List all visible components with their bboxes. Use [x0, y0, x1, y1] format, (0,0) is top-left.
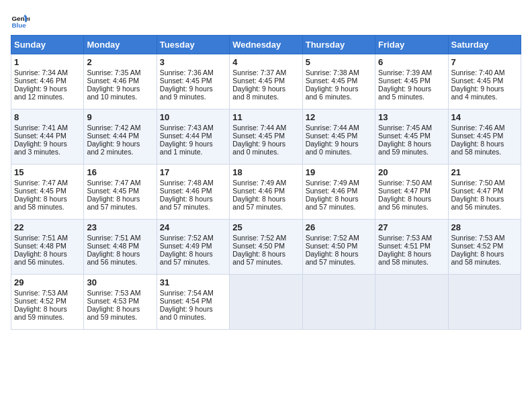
day-number: 27 [378, 222, 445, 232]
day-info-line: Sunset: 4:45 PM [306, 77, 372, 85]
weekday-header-saturday: Saturday [448, 36, 521, 54]
day-info-line: Sunrise: 7:45 AM [378, 124, 445, 132]
day-info-line: Sunrise: 7:36 AM [160, 68, 226, 77]
day-info-line: Sunrise: 7:52 AM [306, 234, 372, 242]
calendar-cell: 30Sunrise: 7:53 AMSunset: 4:53 PMDayligh… [84, 275, 157, 330]
day-info-line: Sunrise: 7:48 AM [160, 179, 226, 187]
day-info-line: Daylight: 8 hours [451, 250, 518, 258]
day-info-line: Sunrise: 7:52 AM [232, 234, 299, 242]
calendar-cell: 17Sunrise: 7:48 AMSunset: 4:46 PMDayligh… [157, 165, 229, 220]
day-info-line: Sunrise: 7:34 AM [14, 68, 81, 77]
day-number: 21 [451, 167, 518, 177]
weekday-header-monday: Monday [84, 36, 157, 54]
day-number: 1 [14, 57, 81, 67]
day-number: 12 [306, 112, 372, 122]
day-info-line: Sunrise: 7:39 AM [378, 68, 445, 77]
day-info-line: Sunrise: 7:47 AM [14, 179, 81, 187]
day-info-line: Sunset: 4:45 PM [232, 132, 299, 140]
day-info-line: Daylight: 9 hours [232, 85, 299, 93]
day-info-line: and 58 minutes. [451, 148, 518, 156]
day-info-line: Sunrise: 7:53 AM [14, 289, 81, 297]
day-info-line: Daylight: 8 hours [14, 195, 81, 203]
day-info-line: Sunset: 4:49 PM [160, 242, 226, 250]
day-number: 29 [14, 277, 81, 287]
day-info-line: Daylight: 9 hours [14, 140, 81, 148]
day-number: 16 [87, 167, 153, 177]
day-number: 17 [160, 167, 226, 177]
day-info-line: Sunset: 4:52 PM [14, 297, 81, 305]
weekday-header-sunday: Sunday [11, 36, 84, 54]
calendar-cell: 4Sunrise: 7:37 AMSunset: 4:45 PMDaylight… [230, 54, 302, 109]
day-info-line: and 1 minute. [160, 148, 226, 156]
calendar-cell: 1Sunrise: 7:34 AMSunset: 4:46 PMDaylight… [11, 54, 84, 109]
day-info-line: Sunrise: 7:42 AM [87, 124, 153, 132]
day-number: 2 [87, 57, 153, 67]
day-info-line: Sunrise: 7:38 AM [306, 68, 372, 77]
day-info-line: Sunset: 4:44 PM [160, 132, 226, 140]
day-info-line: and 4 minutes. [451, 93, 518, 101]
day-info-line: Daylight: 8 hours [87, 195, 153, 203]
day-info-line: Sunrise: 7:51 AM [14, 234, 81, 242]
day-number: 6 [378, 57, 445, 67]
day-info-line: Sunrise: 7:54 AM [160, 289, 226, 297]
calendar-week-3: 15Sunrise: 7:47 AMSunset: 4:45 PMDayligh… [11, 165, 521, 220]
day-info-line: and 58 minutes. [378, 258, 445, 266]
day-info-line: Sunset: 4:45 PM [451, 77, 518, 85]
day-info-line: Sunset: 4:48 PM [87, 242, 153, 250]
day-info-line: Sunrise: 7:37 AM [232, 68, 299, 77]
day-info-line: Sunrise: 7:41 AM [14, 124, 81, 132]
day-number: 22 [14, 222, 81, 232]
day-info-line: Daylight: 8 hours [160, 195, 226, 203]
day-info-line: and 56 minutes. [378, 203, 445, 211]
day-number: 8 [14, 112, 81, 122]
calendar-cell: 2Sunrise: 7:35 AMSunset: 4:46 PMDaylight… [84, 54, 157, 109]
calendar-cell: 31Sunrise: 7:54 AMSunset: 4:54 PMDayligh… [157, 275, 229, 330]
day-info-line: and 5 minutes. [378, 93, 445, 101]
calendar-cell: 7Sunrise: 7:40 AMSunset: 4:45 PMDaylight… [448, 54, 521, 109]
day-info-line: Sunset: 4:45 PM [306, 132, 372, 140]
weekday-header-friday: Friday [375, 36, 448, 54]
calendar-cell: 8Sunrise: 7:41 AMSunset: 4:44 PMDaylight… [11, 109, 84, 165]
day-info-line: Daylight: 9 hours [87, 85, 153, 93]
day-info-line: Daylight: 9 hours [306, 140, 372, 148]
day-info-line: and 57 minutes. [306, 258, 372, 266]
day-info-line: Daylight: 9 hours [378, 85, 445, 93]
day-info-line: Daylight: 8 hours [451, 195, 518, 203]
day-info-line: and 10 minutes. [87, 93, 153, 101]
calendar-cell: 27Sunrise: 7:53 AMSunset: 4:51 PMDayligh… [375, 220, 448, 275]
day-info-line: Sunrise: 7:46 AM [451, 124, 518, 132]
day-number: 28 [451, 222, 518, 232]
day-info-line: and 6 minutes. [306, 93, 372, 101]
calendar-cell: 29Sunrise: 7:53 AMSunset: 4:52 PMDayligh… [11, 275, 84, 330]
day-info-line: Daylight: 9 hours [160, 305, 226, 313]
day-info-line: Sunrise: 7:52 AM [160, 234, 226, 242]
day-number: 5 [306, 57, 372, 67]
logo: General Blue [11, 11, 32, 30]
calendar-cell: 23Sunrise: 7:51 AMSunset: 4:48 PMDayligh… [84, 220, 157, 275]
logo-icon: General Blue [11, 11, 30, 30]
day-info-line: Sunset: 4:53 PM [87, 297, 153, 305]
day-info-line: Daylight: 8 hours [160, 250, 226, 258]
calendar-cell: 26Sunrise: 7:52 AMSunset: 4:50 PMDayligh… [302, 220, 375, 275]
day-info-line: Sunrise: 7:44 AM [232, 124, 299, 132]
day-number: 30 [87, 277, 153, 287]
day-number: 11 [232, 112, 299, 122]
day-info-line: and 58 minutes. [451, 258, 518, 266]
calendar-week-4: 22Sunrise: 7:51 AMSunset: 4:48 PMDayligh… [11, 220, 521, 275]
day-info-line: Sunrise: 7:49 AM [232, 179, 299, 187]
day-number: 14 [451, 112, 518, 122]
day-info-line: and 57 minutes. [87, 203, 153, 211]
day-info-line: Daylight: 8 hours [378, 140, 445, 148]
day-info-line: Sunset: 4:45 PM [451, 132, 518, 140]
day-info-line: Sunrise: 7:51 AM [87, 234, 153, 242]
calendar-cell [448, 275, 521, 330]
day-info-line: Sunset: 4:44 PM [87, 132, 153, 140]
day-info-line: Sunrise: 7:47 AM [87, 179, 153, 187]
calendar-cell [230, 275, 302, 330]
day-info-line: and 0 minutes. [306, 148, 372, 156]
day-info-line: and 59 minutes. [87, 313, 153, 321]
day-number: 20 [378, 167, 445, 177]
calendar-cell: 24Sunrise: 7:52 AMSunset: 4:49 PMDayligh… [157, 220, 229, 275]
calendar-table: SundayMondayTuesdayWednesdayThursdayFrid… [11, 35, 521, 330]
day-info-line: and 57 minutes. [232, 203, 299, 211]
